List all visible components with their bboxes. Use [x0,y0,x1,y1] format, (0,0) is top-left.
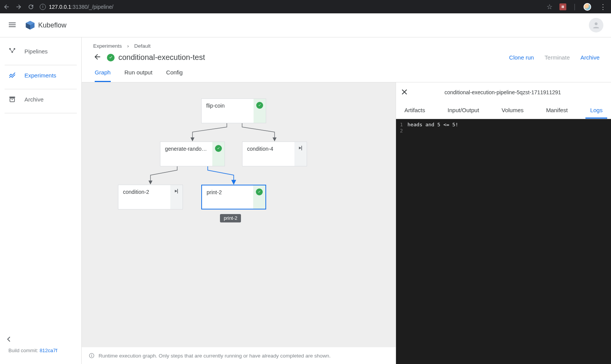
breadcrumb-experiments[interactable]: Experiments [93,43,122,49]
check-icon [256,102,263,109]
extension-icon[interactable]: ▦ [559,3,566,10]
build-hash-link[interactable]: 812ca7f [40,348,57,353]
back-icon[interactable] [3,3,10,10]
back-button[interactable] [93,53,102,62]
node-print-2[interactable]: print-2 [201,185,266,209]
url-bar[interactable]: i 127.0.0.1:31380/_/pipeline/ [40,0,541,13]
svg-point-3 [595,23,597,25]
main-tabs: Graph Run output Config [93,62,600,82]
skipped-icon: ▸| [299,145,302,150]
svg-rect-12 [91,354,92,354]
tab-graph[interactable]: Graph [95,69,111,82]
breadcrumb-sep: › [127,43,129,49]
archive-button[interactable]: Archive [580,54,600,61]
sidebar-item-experiments[interactable]: Experiments [4,67,78,84]
menu-toggle-icon[interactable] [8,20,17,31]
sidebar: Pipelines Experiments Archive Build comm… [0,37,82,364]
clone-run-button[interactable]: Clone run [509,54,534,61]
svg-rect-8 [10,98,15,102]
breadcrumb: Experiments › Default [93,40,600,51]
node-condition-2[interactable]: condition-2 ▸| [118,185,183,209]
detail-tab-logs[interactable]: Logs [585,102,607,119]
check-icon [215,145,222,152]
graph-edges [82,82,396,364]
chevron-left-icon [7,336,11,342]
reload-icon[interactable] [27,3,34,10]
experiments-icon [8,71,16,79]
log-line: 2 [399,127,608,134]
skipped-icon: ▸| [175,188,178,193]
more-menu-icon[interactable]: ⋮ [598,3,608,11]
forward-icon[interactable] [15,3,22,10]
user-avatar[interactable] [589,18,603,32]
close-panel-button[interactable] [401,89,407,96]
url-text: 127.0.0.1:31380/_/pipeline/ [49,4,113,10]
graph-canvas[interactable]: flip-coin generate-random… condition-4 ▸… [82,82,396,364]
detail-tab-artifacts[interactable]: Artifacts [400,102,430,119]
page-header: Experiments › Default conditional-execut… [82,37,611,82]
node-condition-4[interactable]: condition-4 ▸| [242,142,307,166]
build-commit: Build commit: 812ca7f [0,348,81,364]
detail-tabs: Artifacts Input/Output Volumes Manifest … [396,102,611,119]
info-icon [89,353,95,359]
app-header: Kubeflow [0,13,611,37]
log-output[interactable]: 1 heads and 5 <= 5! 2 [396,119,611,364]
brand[interactable]: Kubeflow [25,20,66,30]
site-info-icon[interactable]: i [40,4,46,10]
close-icon [401,89,407,95]
terminate-button: Terminate [545,54,570,61]
log-line: 1 heads and 5 <= 5! [399,121,608,127]
detail-tab-manifest[interactable]: Manifest [541,102,572,119]
node-flip-coin[interactable]: flip-coin [201,98,266,123]
tab-run-output[interactable]: Run output [124,69,152,82]
sidebar-item-pipelines[interactable]: Pipelines [4,43,78,60]
sidebar-item-archive[interactable]: Archive [4,91,78,108]
node-tooltip: print-2 [220,214,241,222]
detail-panel: conditional-execution-pipeline-5qzst-171… [396,82,611,364]
kubeflow-logo-icon [25,20,35,30]
brand-name: Kubeflow [38,21,66,29]
detail-tab-io[interactable]: Input/Output [443,102,484,119]
page-title: conditional-execution-test [118,53,205,62]
browser-toolbar: i 127.0.0.1:31380/_/pipeline/ ☆ ▦ │ ⋮ [0,0,611,13]
detail-tab-volumes[interactable]: Volumes [497,102,528,119]
svg-rect-9 [11,99,13,100]
pipelines-icon [8,47,16,55]
svg-rect-7 [10,97,15,98]
check-icon [256,188,263,195]
status-success-icon [107,54,115,61]
detail-title: conditional-execution-pipeline-5qzst-171… [407,89,606,95]
bookmark-icon[interactable]: ☆ [546,3,553,11]
archive-icon [8,95,16,103]
node-generate-random[interactable]: generate-random… [160,142,225,166]
tab-config[interactable]: Config [166,69,183,82]
profile-avatar-icon[interactable] [584,3,591,11]
graph-footer: Runtime execution graph. Only steps that… [82,347,396,364]
breadcrumb-default[interactable]: Default [134,43,151,49]
collapse-sidebar-button[interactable] [0,331,81,348]
svg-rect-11 [91,355,92,357]
